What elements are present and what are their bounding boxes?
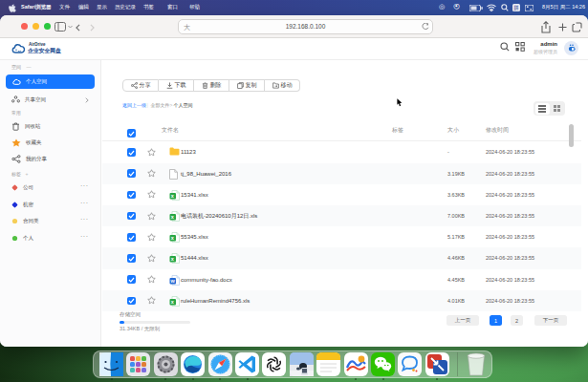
svg-text:w: w [170,278,176,284]
svg-text:大: 大 [184,24,190,31]
